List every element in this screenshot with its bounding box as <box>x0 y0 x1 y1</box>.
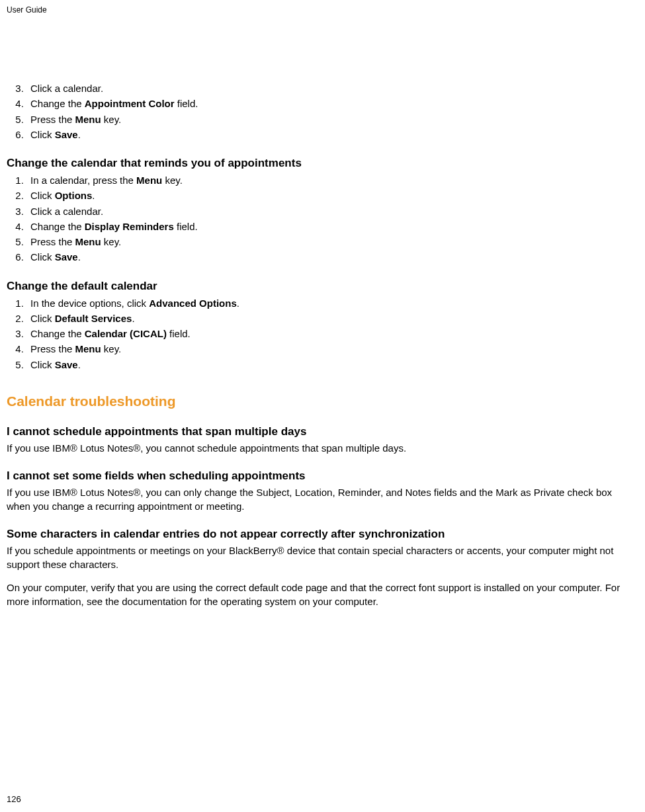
step-item: Press the Menu key. <box>26 341 638 356</box>
steps-list-a: Click a calendar.Change the Appointment … <box>7 81 638 142</box>
page-header: User Guide <box>7 5 638 15</box>
para-characters-sync-1: If you schedule appointments or meetings… <box>7 544 638 571</box>
steps-list-c: In the device options, click Advanced Op… <box>7 296 638 372</box>
step-item: Change the Calendar (CICAL) field. <box>26 326 638 341</box>
step-item: Change the Display Reminders field. <box>26 219 638 234</box>
content: Click a calendar.Change the Appointment … <box>7 81 638 608</box>
step-item: Click a calendar. <box>26 81 638 96</box>
heading-cannot-span-days: I cannot schedule appointments that span… <box>7 425 638 438</box>
step-item: Click Default Services. <box>26 311 638 326</box>
step-item: Press the Menu key. <box>26 234 638 249</box>
heading-cannot-set-fields: I cannot set some fields when scheduling… <box>7 469 638 483</box>
heading-calendar-troubleshooting: Calendar troubleshooting <box>7 393 638 409</box>
page: User Guide Click a calendar.Change the A… <box>0 0 645 812</box>
step-item: Click Options. <box>26 188 638 203</box>
header-title: User Guide <box>7 5 47 15</box>
step-item: Change the Appointment Color field. <box>26 96 638 111</box>
para-cannot-set-fields: If you use IBM® Lotus Notes®, you can on… <box>7 485 638 513</box>
steps-list-b: In a calendar, press the Menu key.Click … <box>7 173 638 265</box>
step-item: Click Save. <box>26 357 638 372</box>
step-item: Press the Menu key. <box>26 112 638 127</box>
heading-change-default-calendar: Change the default calendar <box>7 280 638 293</box>
para-cannot-span-days: If you use IBM® Lotus Notes®, you cannot… <box>7 441 638 455</box>
heading-change-reminder-calendar: Change the calendar that reminds you of … <box>7 157 638 170</box>
para-characters-sync-2: On your computer, verify that you are us… <box>7 581 638 608</box>
step-item: Click Save. <box>26 127 638 142</box>
step-item: In the device options, click Advanced Op… <box>26 296 638 311</box>
step-item: Click a calendar. <box>26 204 638 219</box>
step-item: In a calendar, press the Menu key. <box>26 173 638 188</box>
step-item: Click Save. <box>26 249 638 264</box>
heading-characters-sync: Some characters in calendar entries do n… <box>7 528 638 541</box>
page-number: 126 <box>7 794 21 804</box>
